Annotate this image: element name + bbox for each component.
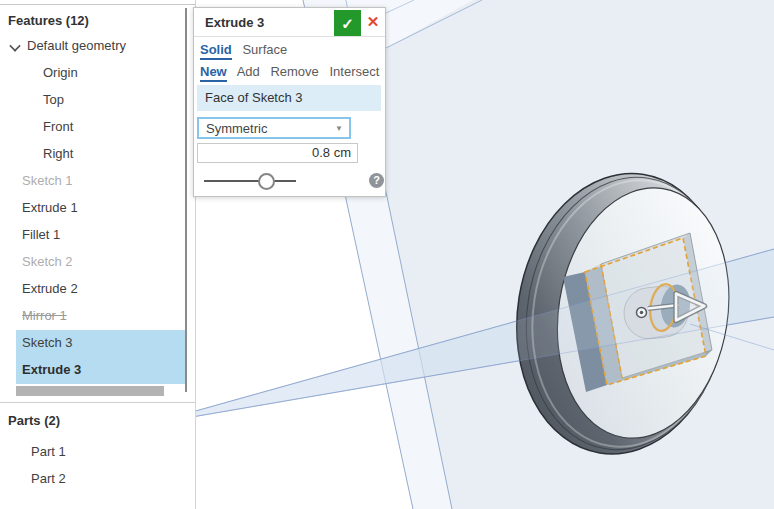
tree-item-origin[interactable]: Origin <box>16 60 186 87</box>
extrude-dialog: Extrude 3 ✓ ✕ Solid Surface New Add Remo… <box>193 7 386 197</box>
tree-item-sketch2[interactable]: Sketch 2 <box>16 249 186 276</box>
dialog-title: Extrude 3 <box>194 15 334 30</box>
tree-item-extrude2[interactable]: Extrude 2 <box>16 276 186 303</box>
parts-item-part1[interactable]: Part 1 <box>16 439 185 466</box>
selected-face-item[interactable]: Face of Sketch 3 <box>197 85 381 111</box>
dropdown-caret-icon: ▼ <box>335 124 349 133</box>
help-icon[interactable]: ? <box>369 173 384 188</box>
tree-item-fillet1[interactable]: Fillet 1 <box>16 222 186 249</box>
tab-surface[interactable]: Surface <box>242 42 287 57</box>
feature-panel: Features (12) Default geometry Origin To… <box>0 0 196 509</box>
tab-new[interactable]: New <box>200 64 227 82</box>
feature-tree: Default geometry Origin Top Front Right … <box>0 33 196 384</box>
tab-remove[interactable]: Remove <box>270 64 318 79</box>
tree-item-top[interactable]: Top <box>16 87 186 114</box>
tree-item-extrude1[interactable]: Extrude 1 <box>16 195 186 222</box>
parts-item-part2[interactable]: Part 2 <box>16 466 185 493</box>
panel-top-border <box>0 4 196 5</box>
slider-track[interactable] <box>204 180 296 182</box>
tab-add[interactable]: Add <box>237 64 260 79</box>
close-icon[interactable]: ✕ <box>361 9 385 35</box>
tree-item-sketch3[interactable]: Sketch 3 <box>16 330 186 357</box>
tab-intersect[interactable]: Intersect <box>329 64 379 79</box>
tab-solid[interactable]: Solid <box>200 42 232 60</box>
parts-panel: Parts (2) Part 1 Part 2 <box>0 402 195 509</box>
slider-handle[interactable] <box>258 173 275 190</box>
tree-item-front[interactable]: Front <box>16 114 186 141</box>
dialog-header: Extrude 3 ✓ ✕ <box>194 8 385 37</box>
end-type-value: Symmetric <box>199 121 335 136</box>
depth-slider: ? <box>194 165 385 191</box>
tree-item-default-geometry[interactable]: Default geometry <box>8 33 186 60</box>
parts-header: Parts (2) <box>0 403 195 433</box>
confirm-button[interactable]: ✓ <box>334 10 361 36</box>
vertical-scrollbar[interactable] <box>185 8 187 392</box>
tree-item-extrude3[interactable]: Extrude 3 <box>16 357 186 384</box>
boolean-operation-tabs: New Add Remove Intersect <box>200 64 386 79</box>
horizontal-scrollbar[interactable] <box>16 386 164 396</box>
tree-item-right[interactable]: Right <box>16 141 186 168</box>
chevron-down-icon[interactable] <box>9 40 20 51</box>
tree-item-sketch1[interactable]: Sketch 1 <box>16 168 186 195</box>
solid-surface-tabs: Solid Surface <box>200 42 294 57</box>
end-type-dropdown[interactable]: Symmetric ▼ <box>197 117 351 139</box>
depth-input[interactable]: 0.8 cm <box>197 143 358 163</box>
tree-item-mirror1[interactable]: Mirror 1 <box>16 303 186 330</box>
